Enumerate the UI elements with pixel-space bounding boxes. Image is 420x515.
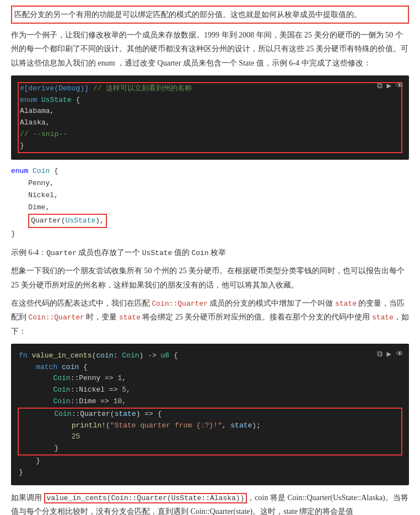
derive-attr: #[derive(Debug)] bbox=[20, 84, 89, 93]
state-param: state bbox=[115, 410, 136, 418]
paragraph-3: 在这些代码的匹配表达式中，我们在匹配 Coin::Quarter 成员的分支的模… bbox=[11, 296, 409, 338]
coin-penny: Coin bbox=[53, 374, 70, 382]
caption-text: 示例 6-4：Quarter 成员也存放了一个 UsState 值的 Coin … bbox=[11, 248, 226, 257]
param-type: Coin bbox=[122, 351, 139, 360]
enum-kw: enum bbox=[20, 96, 37, 104]
inline-state-2: state bbox=[119, 313, 141, 322]
intro-text: 匹配分支的另一个有用的功能是可以绑定匹配的模式的部分值。这也就是如何从枚举成员中… bbox=[14, 10, 362, 19]
play-icon-1[interactable]: ▶ bbox=[387, 80, 391, 92]
inline-state-3: state bbox=[372, 313, 394, 322]
nickel-member: Nickel bbox=[79, 386, 105, 394]
play-icon-2[interactable]: ▶ bbox=[387, 348, 391, 360]
state-arg: state bbox=[230, 421, 252, 430]
coin-dime: Coin bbox=[53, 397, 70, 405]
match-var: coin bbox=[62, 363, 79, 371]
quarter-val: 25 bbox=[72, 432, 80, 441]
code-block-value-in-cents: ⧉ ▶ 👁 fn value_in_cents(coin: Coin) -> u… bbox=[11, 344, 409, 485]
copy-icon-2[interactable]: ⧉ bbox=[377, 348, 383, 360]
paragraph-4: 如果调用 value_in_cents(Coin::Quarter(UsStat… bbox=[11, 491, 409, 515]
code-toolbar-2: ⧉ ▶ 👁 bbox=[377, 348, 403, 360]
close-brace-1: } bbox=[20, 142, 24, 150]
code-toolbar-1: ⧉ ▶ 👁 bbox=[377, 80, 403, 92]
dime-val: 10 bbox=[114, 397, 122, 405]
code-usstate-inner: #[derive(Debug)] // 这样可以立刻看到州的名称 enum Us… bbox=[18, 82, 402, 153]
intro-highlight: 匹配分支的另一个有用的功能是可以绑定匹配的模式的部分值。这也就是如何从枚举成员中… bbox=[11, 6, 409, 24]
quarter-member: Quarter bbox=[80, 410, 110, 418]
dime-member: Dime bbox=[79, 397, 96, 405]
alaska-call-highlight: value_in_cents(Coin::Quarter(UsState::Al… bbox=[44, 493, 247, 503]
coin-type: Coin bbox=[33, 167, 50, 175]
penny-val: 1 bbox=[117, 374, 122, 382]
copy-icon-1[interactable]: ⧉ bbox=[377, 80, 383, 92]
caption: 示例 6-4：Quarter 成员也存放了一个 UsState 值的 Coin … bbox=[11, 246, 409, 259]
fn-kw: fn bbox=[19, 351, 28, 360]
alabama: Alabama, bbox=[20, 107, 54, 115]
match-kw: match bbox=[36, 363, 57, 371]
derive-comment: // 这样可以立刻看到州的名称 bbox=[93, 84, 192, 93]
usstate-type: UsState bbox=[41, 96, 72, 104]
println-str: "State quarter from {:?}!" bbox=[110, 421, 222, 430]
alaska: Alaska, bbox=[20, 118, 50, 127]
param-coin: coin bbox=[96, 351, 113, 360]
return-type: u8 bbox=[161, 351, 170, 360]
paragraph-2: 想象一下我们的一个朋友尝试收集所有 50 个州的 25 美分硬币。在根据硬币类型… bbox=[11, 264, 409, 291]
code-block-usstate: ⧉ ▶ 👁 #[derive(Debug)] // 这样可以立刻看到州的名称 e… bbox=[11, 75, 409, 160]
inline-coin-quarter-1: Coin::Quarter bbox=[152, 300, 208, 308]
eye-icon-1[interactable]: 👁 bbox=[396, 80, 403, 92]
coin-nickel: Coin bbox=[53, 386, 70, 394]
fn-name: value_in_cents bbox=[31, 351, 91, 360]
nickel-val: 5 bbox=[122, 386, 126, 394]
println-macro: println! bbox=[72, 421, 106, 430]
enum-coin-block: enum Coin { Penny, Nickel, Dime, Quarter… bbox=[11, 165, 409, 241]
snip-comment: // --snip-- bbox=[20, 130, 67, 138]
inline-coin-quarter-2: Coin::Quarter bbox=[29, 313, 84, 322]
quarter-highlight: Quarter(UsState), bbox=[28, 214, 107, 228]
usstate-ref: UsState bbox=[66, 216, 96, 225]
enum-coin-kw: enum bbox=[11, 167, 28, 175]
quarter-branch-highlight: Coin::Quarter(state) => { println!("Stat… bbox=[18, 408, 402, 456]
inline-state-1: state bbox=[335, 300, 357, 308]
penny-member: Penny bbox=[79, 374, 100, 382]
paragraph-1: 作为一个例子，让我们修改枚举的一个成员来存放数据。1999 年到 2008 年间… bbox=[11, 28, 409, 70]
coin-quarter: Coin bbox=[54, 410, 71, 418]
eye-icon-2[interactable]: 👁 bbox=[396, 348, 403, 360]
